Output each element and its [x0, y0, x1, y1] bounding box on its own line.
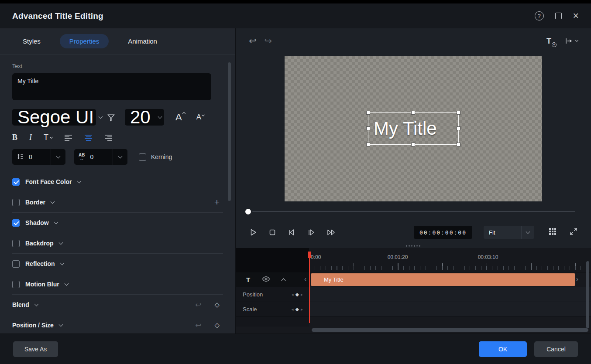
- font-face-color-checkbox[interactable]: [12, 178, 20, 186]
- timeline-ruler[interactable]: 0:00 00:01:20 00:03:10: [309, 248, 591, 272]
- motion-blur-checkbox[interactable]: [12, 281, 20, 288]
- resize-handle[interactable]: [457, 111, 460, 114]
- chevron-down-icon[interactable]: [58, 323, 63, 327]
- panel-resize-handle[interactable]: [236, 244, 591, 248]
- reflection-checkbox[interactable]: [12, 260, 20, 268]
- visibility-eye-icon[interactable]: [262, 276, 270, 284]
- add-border-icon[interactable]: +: [214, 197, 220, 208]
- title-clip[interactable]: My Title: [311, 273, 575, 286]
- resize-handle[interactable]: [367, 143, 370, 146]
- keyframe-icon[interactable]: ◇: [214, 321, 220, 329]
- tab-properties[interactable]: Properties: [60, 34, 109, 48]
- row-position-lane[interactable]: [309, 287, 591, 302]
- resize-handle[interactable]: [412, 143, 415, 146]
- fast-forward-icon[interactable]: [326, 228, 336, 237]
- keyframe-icon[interactable]: ◇: [214, 301, 220, 309]
- reset-icon[interactable]: ↩: [195, 321, 201, 330]
- font-size-select[interactable]: 20: [125, 109, 164, 126]
- prev-keyframe-icon[interactable]: ◂: [291, 292, 293, 297]
- section-blend[interactable]: Blend ↩ ◇: [12, 295, 223, 315]
- shadow-checkbox[interactable]: [12, 219, 20, 227]
- grid-icon[interactable]: [548, 227, 557, 238]
- section-shadow[interactable]: Shadow: [12, 213, 223, 233]
- section-position-size[interactable]: Position / Size ↩ ◇: [12, 315, 223, 333]
- play-icon[interactable]: [249, 228, 258, 237]
- timeline-hscrollbar-thumb[interactable]: [312, 328, 588, 332]
- seek-track[interactable]: [252, 211, 575, 212]
- preview-title-text[interactable]: My Title: [368, 119, 458, 138]
- resize-handle[interactable]: [457, 127, 460, 130]
- timeline-playhead[interactable]: [309, 252, 310, 323]
- chevron-down-icon[interactable]: [50, 200, 55, 204]
- chevron-down-icon[interactable]: [113, 149, 127, 165]
- resize-handle[interactable]: [367, 111, 370, 114]
- section-font-face-color[interactable]: Font Face Color: [12, 172, 223, 192]
- section-reflection[interactable]: Reflection: [12, 254, 223, 274]
- chevron-down-icon[interactable]: [156, 109, 164, 126]
- border-checkbox[interactable]: [12, 199, 20, 206]
- reset-icon[interactable]: ↩: [195, 300, 201, 310]
- next-keyframe-icon[interactable]: ▸: [301, 292, 303, 297]
- chevron-down-icon[interactable]: [77, 179, 81, 184]
- close-icon[interactable]: ×: [573, 11, 579, 21]
- chevron-down-icon[interactable]: [54, 220, 58, 225]
- cancel-button[interactable]: Cancel: [534, 341, 578, 357]
- chevron-down-icon[interactable]: [64, 282, 69, 286]
- align-center-button[interactable]: [84, 134, 93, 141]
- line-spacing-input[interactable]: 0: [12, 149, 51, 165]
- help-icon[interactable]: ?: [535, 11, 544, 20]
- maximize-icon[interactable]: [555, 13, 562, 19]
- row-scale-lane[interactable]: [309, 302, 591, 317]
- clip-trim-right-icon[interactable]: ›: [576, 275, 578, 282]
- undo-icon[interactable]: ↩: [249, 36, 257, 46]
- title-text-input[interactable]: My Title: [12, 73, 211, 100]
- next-keyframe-icon[interactable]: ▸: [301, 307, 303, 312]
- backdrop-checkbox[interactable]: [12, 240, 20, 247]
- text-decoration-button[interactable]: T: [44, 133, 52, 142]
- italic-button[interactable]: I: [29, 133, 32, 142]
- chevron-down-icon[interactable]: [34, 302, 38, 306]
- zoom-fit-select[interactable]: Fit: [484, 226, 534, 239]
- chevron-down-icon[interactable]: [58, 241, 63, 245]
- title-selection-box[interactable]: My Title: [368, 112, 459, 145]
- clip-trim-left-icon[interactable]: ‹: [304, 275, 306, 282]
- left-panel-scrollbar[interactable]: [228, 62, 231, 201]
- ok-button[interactable]: OK: [479, 341, 527, 357]
- tab-animation[interactable]: Animation: [118, 34, 167, 48]
- previous-frame-icon[interactable]: [287, 228, 296, 237]
- fullscreen-icon[interactable]: [569, 227, 578, 238]
- increase-font-size-button[interactable]: A: [175, 112, 185, 123]
- stop-icon[interactable]: [268, 228, 276, 236]
- resize-handle[interactable]: [457, 143, 460, 146]
- tab-styles[interactable]: Styles: [13, 34, 50, 48]
- chevron-down-icon[interactable]: [51, 149, 65, 165]
- font-filter-icon[interactable]: [103, 113, 119, 122]
- bold-button[interactable]: B: [12, 133, 17, 142]
- section-backdrop[interactable]: Backdrop: [12, 233, 223, 254]
- transparent-canvas[interactable]: My Title: [285, 56, 542, 201]
- timeline-vscrollbar-thumb[interactable]: [586, 261, 589, 328]
- align-right-button[interactable]: [104, 134, 113, 141]
- seek-handle[interactable]: [245, 209, 251, 214]
- add-keyframe-icon[interactable]: ◆: [296, 306, 299, 312]
- section-motion-blur[interactable]: Motion Blur: [12, 274, 223, 295]
- resize-handle[interactable]: [412, 111, 415, 114]
- save-as-button[interactable]: Save As: [13, 341, 58, 357]
- redo-icon[interactable]: ↪: [265, 36, 272, 46]
- resize-handle[interactable]: [367, 127, 370, 130]
- prev-keyframe-icon[interactable]: ◂: [291, 307, 293, 312]
- next-frame-icon[interactable]: [307, 228, 316, 237]
- align-preset-icon[interactable]: [565, 38, 578, 44]
- collapse-track-icon[interactable]: [282, 278, 286, 282]
- chevron-down-icon[interactable]: [99, 109, 102, 126]
- align-left-button[interactable]: [64, 134, 72, 141]
- kerning-checkbox[interactable]: [139, 153, 146, 161]
- section-border[interactable]: Border +: [12, 192, 223, 213]
- playhead-cap[interactable]: [308, 252, 311, 258]
- add-keyframe-icon[interactable]: ◆: [296, 292, 299, 297]
- letter-spacing-input[interactable]: AB ↔ 0: [74, 149, 113, 165]
- add-text-icon[interactable]: T+: [546, 37, 555, 46]
- chevron-down-icon[interactable]: [60, 261, 64, 265]
- decrease-font-size-button[interactable]: A: [196, 113, 204, 122]
- font-family-select[interactable]: Segoe UI: [12, 109, 96, 126]
